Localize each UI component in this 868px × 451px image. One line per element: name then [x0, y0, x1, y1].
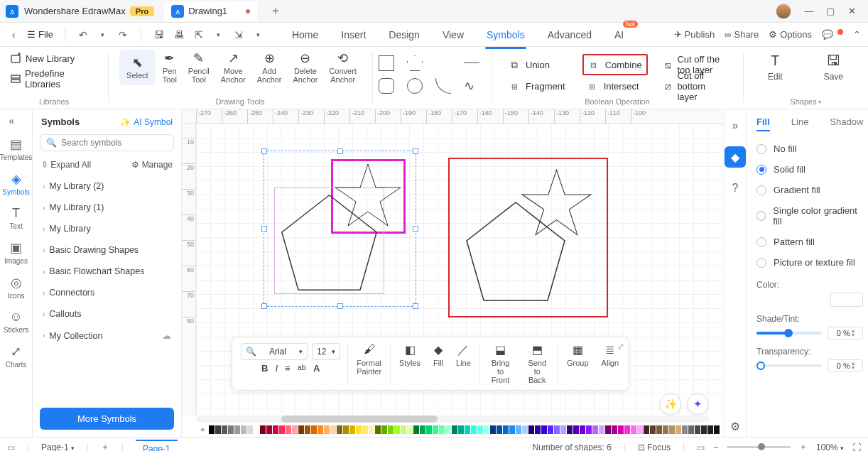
union-button[interactable]: ⧉Union	[504, 54, 570, 75]
color-swatch[interactable]	[707, 425, 713, 434]
fill-option[interactable]: Picture or texture fill	[756, 252, 863, 273]
ai-fab[interactable]: ✦	[687, 393, 708, 415]
pen-tool[interactable]: ✒Pen Tool	[158, 50, 181, 85]
add-anchor-tool[interactable]: ⊕Add Anchor	[253, 50, 286, 85]
color-swatch[interactable]	[337, 425, 342, 434]
expand-toolbar-button[interactable]: ⤢	[617, 342, 624, 352]
fill-tab[interactable]: Fill	[756, 116, 770, 131]
ai-symbol-button[interactable]: ✨AI Symbol	[120, 117, 173, 127]
library-item[interactable]: ›Basic Flowchart Shapes	[33, 261, 181, 282]
color-swatch[interactable]	[599, 425, 604, 434]
line-tab[interactable]: Line	[791, 116, 809, 131]
close-button[interactable]: ✕	[841, 6, 862, 16]
rail-charts[interactable]: ⤢Charts	[0, 339, 32, 373]
text-case-button[interactable]: ab	[298, 363, 306, 374]
color-swatch[interactable]	[471, 425, 477, 434]
help-button[interactable]: ?	[725, 178, 746, 199]
color-swatch[interactable]	[644, 425, 649, 434]
shade-slider[interactable]	[756, 332, 822, 335]
color-swatch[interactable]	[318, 425, 323, 434]
add-page-button[interactable]: ＋	[101, 441, 109, 451]
color-swatch[interactable]	[631, 425, 636, 434]
color-swatch[interactable]	[292, 425, 298, 434]
settings-panel-button[interactable]: ⚙	[725, 415, 746, 437]
color-swatch[interactable]	[701, 425, 707, 434]
color-swatch[interactable]	[247, 425, 253, 434]
library-item[interactable]: ›Basic Drawing Shapes	[33, 239, 181, 261]
document-tab[interactable]: ⟑ Drawing1	[164, 1, 257, 21]
zoom-slider[interactable]	[727, 446, 791, 448]
rounded-rect-shape[interactable]	[379, 78, 394, 94]
tab-advanced[interactable]: Advanced	[546, 25, 593, 45]
color-swatch[interactable]	[682, 425, 688, 434]
library-item[interactable]: ›Callouts	[33, 303, 181, 325]
star-shape-right[interactable]	[519, 166, 594, 241]
tab-insert[interactable]: Insert	[340, 25, 367, 45]
publish-button[interactable]: ✈Publish	[674, 29, 715, 40]
color-swatch[interactable]	[452, 425, 457, 434]
fill-button[interactable]: ◆Fill	[428, 342, 449, 369]
color-swatch[interactable]	[560, 425, 566, 434]
color-swatch[interactable]	[624, 425, 630, 434]
color-swatch[interactable]	[420, 425, 425, 434]
predefine-libraries-button[interactable]: Predefine Libraries	[10, 68, 98, 89]
tab-symbols[interactable]: Symbols	[485, 25, 526, 45]
expand-all-button[interactable]: ⇳ Expand All	[41, 160, 91, 170]
color-swatch[interactable]	[356, 425, 362, 434]
color-swatch[interactable]	[343, 425, 349, 434]
color-swatch[interactable]	[260, 425, 266, 434]
page-selector[interactable]: Page-1 ▾	[41, 442, 75, 452]
pages-menu-button[interactable]: ▭	[7, 442, 15, 452]
rail-symbols[interactable]: ◈Symbols	[0, 167, 32, 200]
color-swatch[interactable]	[381, 425, 387, 434]
color-swatch[interactable]	[656, 425, 662, 434]
color-swatch[interactable]	[279, 425, 285, 434]
focus-mode-button[interactable]: ⊡ Focus	[638, 442, 671, 452]
fill-option[interactable]: No fill	[756, 138, 863, 159]
color-swatch[interactable]	[266, 425, 272, 434]
color-swatch[interactable]	[433, 425, 438, 434]
export-dropdown[interactable]: ▾	[212, 31, 225, 38]
styles-button[interactable]: ◧Styles	[394, 342, 426, 369]
tab-design[interactable]: Design	[387, 25, 421, 45]
color-swatch[interactable]	[688, 425, 694, 434]
pencil-tool[interactable]: ✎Pencil Tool	[184, 50, 214, 85]
transparency-value[interactable]: 0 %▴▾	[828, 359, 863, 372]
pentagon-shape[interactable]	[407, 55, 423, 71]
line-button[interactable]: ／Line	[450, 342, 477, 369]
color-swatch[interactable]	[228, 425, 234, 434]
star-shape-left[interactable]	[332, 161, 403, 232]
color-swatch[interactable]	[209, 425, 215, 434]
color-swatch[interactable]	[241, 425, 246, 434]
tab-home[interactable]: Home	[291, 25, 320, 45]
rail-images[interactable]: ▣Images	[0, 236, 32, 269]
maximize-button[interactable]: ▢	[820, 6, 841, 16]
share-icon[interactable]: ⇲	[232, 29, 245, 40]
move-anchor-tool[interactable]: ↗Move Anchor	[217, 50, 250, 85]
sparkle-fab[interactable]: ✨	[660, 393, 681, 415]
color-swatch[interactable]	[394, 425, 400, 434]
combine-button[interactable]: ⧈Combine	[582, 54, 648, 75]
color-swatch[interactable]	[439, 425, 445, 434]
fill-option[interactable]: Solid fill	[756, 159, 863, 180]
rectangle-shape[interactable]	[379, 55, 394, 71]
tab-ai[interactable]: AIhot	[613, 25, 625, 45]
fit-page-button[interactable]: ▭	[697, 442, 705, 452]
share-button[interactable]: ∞Share	[725, 29, 759, 40]
color-swatch[interactable]	[477, 425, 483, 434]
drawing-canvas[interactable]: ⤢ 🔍Arial▾ 12▾ B I ≡ ab A	[196, 124, 724, 415]
save-icon[interactable]: 🖫	[153, 29, 166, 40]
new-library-button[interactable]: New Library	[10, 53, 98, 64]
color-swatch[interactable]	[580, 425, 585, 434]
color-swatch[interactable]	[330, 425, 336, 434]
color-swatch[interactable]	[695, 425, 700, 434]
color-swatch[interactable]	[215, 425, 221, 434]
color-swatch[interactable]	[388, 425, 394, 434]
eyedropper-button[interactable]: ⌖	[200, 425, 205, 435]
undo-button[interactable]: ↶	[77, 29, 89, 40]
library-item[interactable]: ›My Library (1)	[33, 197, 181, 218]
page-tab-1[interactable]: Page-1	[136, 440, 178, 452]
color-swatch[interactable]	[497, 425, 502, 434]
export-icon[interactable]: ⇱	[192, 29, 205, 40]
align-button[interactable]: ≡	[285, 363, 291, 374]
